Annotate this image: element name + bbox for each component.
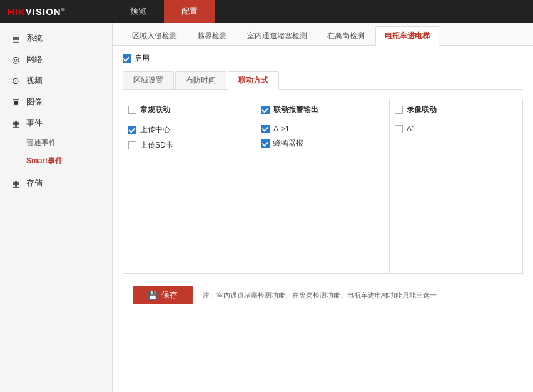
linkage-item-a1: A->1 bbox=[261, 124, 384, 133]
linkage-col-alarm: 联动报警输出 A->1 蜂鸣器报 bbox=[256, 99, 390, 273]
linkage-table: 常规联动 上传中心 上传SD卡 联动报警输出 bbox=[123, 99, 523, 274]
inner-tab-schedule[interactable]: 布防时间 bbox=[175, 71, 226, 89]
enable-row: 启用 bbox=[123, 53, 523, 64]
topbar: HIKVISION® 预览 配置 bbox=[0, 0, 533, 23]
linkage-item-upload-sd: 上传SD卡 bbox=[128, 140, 251, 151]
linkage-col-normal: 常规联动 上传中心 上传SD卡 bbox=[123, 99, 256, 273]
col-header-alarm: 联动报警输出 bbox=[261, 104, 384, 119]
sub-tab-zone-intrusion[interactable]: 区域入侵检测 bbox=[123, 26, 186, 45]
a1-checkbox[interactable] bbox=[261, 125, 270, 133]
sidebar-item-system-label: 系统 bbox=[26, 33, 43, 44]
storage-icon: ▦ bbox=[10, 178, 21, 188]
enable-label: 启用 bbox=[135, 53, 150, 64]
sub-tab-line-crossing[interactable]: 越界检测 bbox=[188, 26, 236, 45]
sidebar-item-video-label: 视频 bbox=[26, 75, 43, 86]
capture-header-checkbox[interactable] bbox=[395, 106, 403, 114]
sidebar-item-network[interactable]: ◎ 网络 bbox=[0, 49, 112, 70]
network-icon: ◎ bbox=[10, 54, 21, 64]
sidebar-item-event[interactable]: ▦ 事件 bbox=[0, 113, 112, 134]
save-button[interactable]: 💾 保存 bbox=[133, 286, 193, 304]
bottom-bar: 💾 保存 注：室内通道堵塞检测功能、在离岗检测功能、电瓶车进电梯功能只能三选一 bbox=[123, 279, 523, 311]
video-icon: ⊙ bbox=[10, 76, 21, 86]
inner-tab-zone[interactable]: 区域设置 bbox=[123, 71, 174, 89]
upload-center-checkbox[interactable] bbox=[128, 126, 136, 134]
save-icon: 💾 bbox=[148, 291, 158, 300]
logo: HIKVISION® bbox=[8, 6, 66, 17]
main-layout: ▤ 系统 ◎ 网络 ⊙ 视频 ▣ 图像 ▦ 事件 普通事件 Smart事件 ▦ … bbox=[0, 23, 533, 392]
sidebar-item-storage[interactable]: ▦ 存储 bbox=[0, 173, 112, 194]
normal-header-label: 常规联动 bbox=[140, 104, 170, 115]
image-icon: ▣ bbox=[10, 97, 21, 107]
nav-tab-config[interactable]: 配置 bbox=[164, 0, 215, 23]
save-label: 保存 bbox=[161, 289, 178, 301]
capture-header-label: 录像联动 bbox=[407, 104, 437, 115]
linkage-col-capture: 录像联动 A1 bbox=[390, 99, 522, 273]
col-header-normal: 常规联动 bbox=[128, 104, 251, 119]
alarm-header-checkbox[interactable] bbox=[261, 106, 270, 114]
a1-label: A->1 bbox=[273, 124, 290, 133]
enable-checkbox[interactable] bbox=[123, 54, 131, 63]
sound-checkbox[interactable] bbox=[261, 139, 270, 148]
sub-nav: 区域入侵检测 越界检测 室内通道堵塞检测 在离岗检测 电瓶车进电梯 bbox=[113, 23, 533, 46]
sidebar: ▤ 系统 ◎ 网络 ⊙ 视频 ▣ 图像 ▦ 事件 普通事件 Smart事件 ▦ … bbox=[0, 23, 113, 392]
content-body: 启用 区域设置 布防时间 联动方式 常规联动 上传中心 bbox=[113, 46, 533, 318]
content-area: 区域入侵检测 越界检测 室内通道堵塞检测 在离岗检测 电瓶车进电梯 启用 区域设… bbox=[113, 23, 533, 392]
note-text: 注：室内通道堵塞检测功能、在离岗检测功能、电瓶车进电梯功能只能三选一 bbox=[203, 291, 437, 300]
sidebar-item-image-label: 图像 bbox=[26, 96, 43, 108]
sound-label: 蜂鸣器报 bbox=[273, 138, 303, 149]
inner-tab-linkage[interactable]: 联动方式 bbox=[228, 71, 279, 90]
sidebar-item-image[interactable]: ▣ 图像 bbox=[0, 91, 112, 113]
sidebar-item-network-label: 网络 bbox=[26, 54, 43, 65]
a1-capture-checkbox[interactable] bbox=[395, 125, 403, 133]
upload-center-label: 上传中心 bbox=[140, 124, 170, 135]
linkage-item-upload-center: 上传中心 bbox=[128, 124, 251, 135]
sidebar-item-event-label: 事件 bbox=[26, 118, 43, 129]
linkage-item-sound: 蜂鸣器报 bbox=[261, 138, 384, 149]
alarm-header-label: 联动报警输出 bbox=[273, 104, 318, 115]
system-icon: ▤ bbox=[10, 33, 21, 43]
nav-tabs: 预览 配置 bbox=[113, 0, 215, 23]
col-header-capture: 录像联动 bbox=[395, 104, 517, 119]
linkage-item-a1-capture: A1 bbox=[395, 124, 517, 133]
sub-tab-indoor-tunnel[interactable]: 室内通道堵塞检测 bbox=[238, 26, 317, 45]
normal-header-checkbox[interactable] bbox=[128, 106, 136, 114]
sidebar-item-system[interactable]: ▤ 系统 bbox=[0, 28, 112, 49]
sub-tab-elevator[interactable]: 电瓶车进电梯 bbox=[375, 26, 439, 46]
sidebar-sub-normal-event[interactable]: 普通事件 bbox=[0, 134, 112, 152]
sub-tab-scene-change[interactable]: 在离岗检测 bbox=[318, 26, 374, 45]
sidebar-sub-smart-event[interactable]: Smart事件 bbox=[0, 152, 112, 170]
upload-sd-label: 上传SD卡 bbox=[140, 140, 173, 151]
inner-tabs: 区域设置 布防时间 联动方式 bbox=[123, 71, 523, 90]
sidebar-item-storage-label: 存储 bbox=[26, 178, 43, 189]
event-icon: ▦ bbox=[10, 118, 21, 128]
a1-capture-label: A1 bbox=[407, 124, 416, 133]
logo-area: HIKVISION® bbox=[0, 0, 113, 23]
upload-sd-checkbox[interactable] bbox=[128, 141, 136, 149]
sidebar-item-video[interactable]: ⊙ 视频 bbox=[0, 70, 112, 91]
nav-tab-preview[interactable]: 预览 bbox=[113, 0, 164, 23]
